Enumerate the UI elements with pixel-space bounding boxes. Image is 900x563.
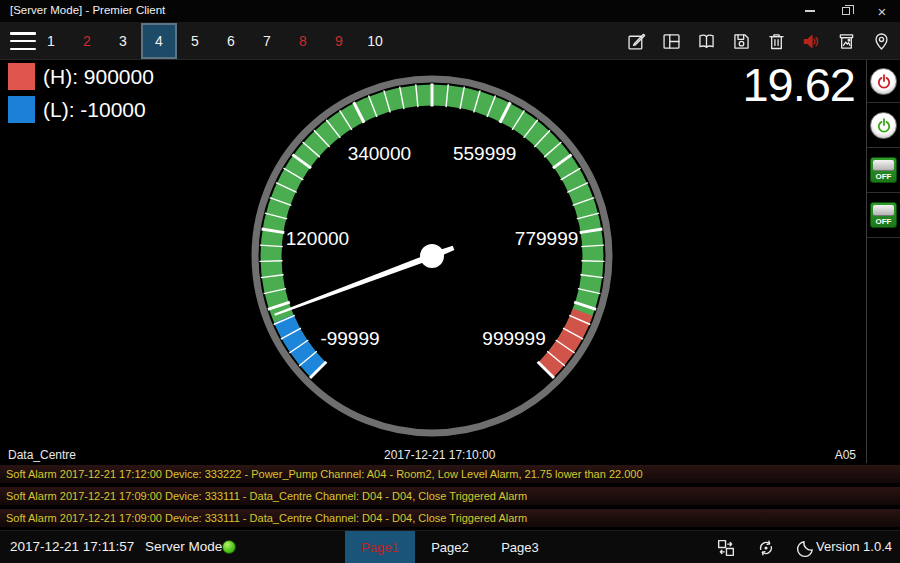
server-status-indicator xyxy=(222,540,236,554)
toggle-switch-1[interactable]: OFF xyxy=(870,157,897,183)
alarm-list: Soft Alarm 2017-12-21 17:12:00 Device: 3… xyxy=(0,464,900,530)
tab-4[interactable]: 4 xyxy=(141,23,177,59)
page-tab-page2[interactable]: Page2 xyxy=(415,531,485,563)
tab-bar: 12345678910 xyxy=(0,22,900,60)
page-number-tabs: 12345678910 xyxy=(33,23,393,59)
toolbar-icons xyxy=(619,22,899,60)
tab-8[interactable]: 8 xyxy=(285,23,321,59)
tab-6[interactable]: 6 xyxy=(213,23,249,59)
tab-5[interactable]: 5 xyxy=(177,23,213,59)
reading-timestamp: 2017-12-21 17:10:00 xyxy=(384,448,495,462)
channel-id: A05 xyxy=(835,448,856,462)
threshold-legend: (H): 900000 (L): -10000 xyxy=(8,63,154,129)
toggle-key xyxy=(873,205,894,216)
sidebar-cell-1 xyxy=(867,60,900,103)
low-threshold-label: (L): -10000 xyxy=(43,98,146,122)
minimize-button[interactable] xyxy=(792,0,828,22)
tab-9[interactable]: 9 xyxy=(321,23,357,59)
speaker-icon[interactable] xyxy=(794,22,829,60)
minimize-icon xyxy=(805,10,815,12)
status-bar: 2017-12-21 17:11:57 Server Mode Page1Pag… xyxy=(0,530,900,563)
sidebar-cell-2 xyxy=(867,103,900,148)
low-threshold-swatch xyxy=(8,96,35,123)
sync-icon[interactable] xyxy=(746,531,786,563)
clock: 2017-12-21 17:11:57 xyxy=(10,539,134,554)
gauge-scale-label: 999999 xyxy=(482,328,545,349)
gauge-footer: Data_Centre 2017-12-21 17:10:00 A05 xyxy=(0,447,900,463)
content-area: (H): 900000 (L): -10000 19.62 -999991200… xyxy=(0,60,900,463)
gauge-tick xyxy=(581,261,604,262)
restore-button[interactable] xyxy=(828,0,864,22)
gauge-scale-label: 559999 xyxy=(453,143,516,164)
swap-icon[interactable] xyxy=(706,531,746,563)
gauge-tick xyxy=(260,261,283,262)
server-mode-label: Server Mode xyxy=(145,539,222,554)
page-tab-page3[interactable]: Page3 xyxy=(485,531,555,563)
page-tab-page1[interactable]: Page1 xyxy=(345,531,415,563)
window-controls: × xyxy=(792,0,900,22)
title-bar: [Server Mode] - Premier Client × xyxy=(0,0,900,22)
gauge-panel: (H): 900000 (L): -10000 19.62 -999991200… xyxy=(0,60,866,463)
low-threshold-row: (L): -10000 xyxy=(8,96,154,123)
tab-3[interactable]: 3 xyxy=(105,23,141,59)
toggle-key xyxy=(873,160,894,171)
tab-7[interactable]: 7 xyxy=(249,23,285,59)
gauge-needle xyxy=(274,253,433,316)
current-value-readout: 19.62 xyxy=(742,57,855,112)
save-icon[interactable] xyxy=(724,22,759,60)
toggle-state-label: OFF xyxy=(871,217,896,226)
gauge-scale-label: 120000 xyxy=(286,228,349,249)
high-threshold-row: (H): 900000 xyxy=(8,63,154,90)
alarm-row[interactable]: Soft Alarm 2017-12-21 17:09:00 Device: 3… xyxy=(0,486,900,505)
high-threshold-swatch xyxy=(8,63,35,90)
toggle-state-label: OFF xyxy=(871,172,896,181)
tab-1[interactable]: 1 xyxy=(33,23,69,59)
dial-gauge: -99999120000340000559999779999999999 xyxy=(242,66,622,446)
tab-10[interactable]: 10 xyxy=(357,23,393,59)
location-icon[interactable] xyxy=(864,22,899,60)
page-tabs: Page1Page2Page3 xyxy=(345,531,555,563)
restore-icon xyxy=(842,7,850,15)
high-threshold-label: (H): 900000 xyxy=(43,65,154,89)
premier-client-window: [Server Mode] - Premier Client × 1234567… xyxy=(0,0,900,563)
alarm-row[interactable]: Soft Alarm 2017-12-21 17:09:00 Device: 3… xyxy=(0,508,900,527)
snapshot-icon[interactable] xyxy=(829,22,864,60)
gauge-hub xyxy=(420,244,444,268)
sidebar-cell-4: OFF xyxy=(867,193,900,238)
alarm-row[interactable]: Soft Alarm 2017-12-21 17:12:00 Device: 3… xyxy=(0,464,900,483)
edit-icon[interactable] xyxy=(619,22,654,60)
close-button[interactable]: × xyxy=(864,0,900,22)
book-icon[interactable] xyxy=(689,22,724,60)
device-name: Data_Centre xyxy=(8,448,76,462)
gauge-scale-label: -99999 xyxy=(320,328,379,349)
window-title: [Server Mode] - Premier Client xyxy=(10,4,165,16)
power-button-green[interactable] xyxy=(870,112,897,139)
control-sidebar: OFFOFF xyxy=(866,60,900,463)
tab-2[interactable]: 2 xyxy=(69,23,105,59)
power-button-red[interactable] xyxy=(870,68,897,95)
close-icon: × xyxy=(878,4,887,19)
sidebar-cell-3: OFF xyxy=(867,148,900,193)
statusbar-icons xyxy=(706,531,826,563)
toggle-switch-2[interactable]: OFF xyxy=(870,202,897,228)
layout-icon[interactable] xyxy=(654,22,689,60)
gauge-scale-label: 340000 xyxy=(348,143,411,164)
trash-icon[interactable] xyxy=(759,22,794,60)
gauge-scale-label: 779999 xyxy=(515,228,578,249)
version-label: Version 1.0.4 xyxy=(816,539,892,554)
